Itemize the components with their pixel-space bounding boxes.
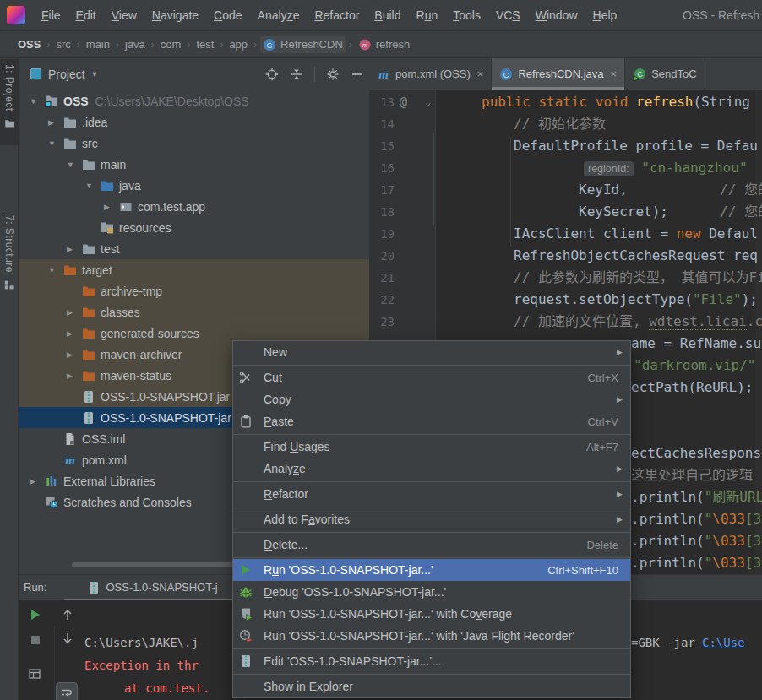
menu-item-refactor[interactable]: Refactor▶ bbox=[233, 483, 630, 505]
gear-icon[interactable] bbox=[326, 68, 340, 81]
token: \033 bbox=[712, 555, 745, 571]
up-stack-trace-icon[interactable] bbox=[61, 608, 74, 621]
breadcrumb-item-main[interactable]: main bbox=[84, 36, 112, 52]
menu-file[interactable]: File bbox=[34, 8, 68, 22]
tree-row[interactable]: ▼OSSC:\Users\JAKE\Desktop\OSS bbox=[19, 90, 369, 111]
menu-vcs[interactable]: VCS bbox=[488, 8, 528, 22]
tree-row[interactable]: resources bbox=[19, 217, 369, 238]
menu-item-copy[interactable]: Copy▶ bbox=[233, 388, 630, 410]
chevron-collapsed-icon[interactable]: ▶ bbox=[46, 118, 63, 127]
menu-item-find-usages[interactable]: Find UsagesAlt+F7 bbox=[233, 436, 630, 458]
breadcrumb-item-refreshcdn[interactable]: CRefreshCDN bbox=[260, 36, 346, 53]
debug-icon bbox=[239, 585, 258, 599]
menu-item-label: Run 'OSS-1.0-SNAPSHOT-jar...' with 'Java… bbox=[264, 629, 574, 643]
menu-code[interactable]: Code bbox=[206, 8, 249, 22]
code-text: public static void refresh(String bbox=[482, 91, 759, 113]
chevron-expanded-icon[interactable]: ▼ bbox=[83, 182, 100, 190]
menu-run[interactable]: Run bbox=[409, 8, 446, 22]
tree-row[interactable]: ▼target bbox=[19, 259, 369, 280]
tree-row[interactable]: ▼src bbox=[19, 133, 369, 154]
chevron-collapsed-icon[interactable]: ▶ bbox=[64, 372, 81, 380]
breadcrumb-label: src bbox=[56, 38, 70, 51]
menu-item-new[interactable]: New▶ bbox=[233, 341, 630, 363]
tree-row[interactable]: ▶com.test.app bbox=[19, 196, 369, 217]
tab-pom-xml-oss-[interactable]: mpom.xml (OSS)× bbox=[369, 58, 492, 90]
fold-marker-icon[interactable]: ⌄ bbox=[425, 91, 431, 113]
breadcrumb-item-com[interactable]: com bbox=[158, 36, 184, 52]
menu-item-paste[interactable]: PasteCtrl+V bbox=[233, 410, 630, 432]
close-icon[interactable]: × bbox=[611, 68, 618, 80]
maven-icon: m bbox=[63, 453, 78, 467]
menu-item-cut[interactable]: CutCtrl+X bbox=[233, 366, 630, 388]
chevron-expanded-icon[interactable]: ▼ bbox=[64, 160, 81, 169]
menu-item-run-oss-1-0-snapshot-jar-with-coverage[interactable]: Run 'OSS-1.0-SNAPSHOT-jar...' with Cover… bbox=[233, 603, 630, 625]
menu-view[interactable]: View bbox=[104, 8, 144, 22]
tree-row[interactable]: ▶classes bbox=[19, 301, 369, 323]
tree-row[interactable]: ▶test bbox=[19, 238, 369, 259]
menu-item-edit-oss-1-0-snapshot-jar[interactable]: Edit 'OSS-1.0-SNAPSHOT-jar...'... bbox=[233, 650, 630, 672]
code-line: 14// 初始化参数 bbox=[369, 113, 762, 135]
menu-separator bbox=[233, 532, 630, 533]
breadcrumb-item-oss[interactable]: OSS bbox=[15, 36, 43, 52]
tab-refreshcdn-java[interactable]: CRefreshCDN.java× bbox=[492, 58, 625, 90]
run-config-tab[interactable]: OSS-1.0-SNAPSHOT-j bbox=[87, 581, 217, 594]
tree-row[interactable]: archive-tmp bbox=[19, 280, 369, 301]
tree-row[interactable]: ▼java bbox=[19, 175, 369, 196]
menu-item-add-to-favorites[interactable]: Add to Favorites▶ bbox=[233, 508, 630, 530]
project-panel-title[interactable]: Project bbox=[48, 68, 85, 81]
token: "darkroom.vip/" bbox=[634, 357, 756, 373]
tree-row[interactable]: ▼main bbox=[19, 154, 369, 175]
chevron-expanded-icon[interactable]: ▼ bbox=[46, 266, 63, 274]
chevron-expanded-icon[interactable]: ▼ bbox=[46, 139, 63, 148]
tab-sendtoc[interactable]: CSendToC bbox=[625, 58, 705, 90]
hide-panel-icon[interactable] bbox=[351, 68, 364, 81]
menu-item-shortcut: Delete bbox=[586, 539, 630, 551]
menu-refactor[interactable]: Refactor bbox=[307, 8, 367, 22]
rerun-icon[interactable] bbox=[29, 608, 42, 621]
menu-help[interactable]: Help bbox=[585, 8, 625, 22]
menu-item-analyze[interactable]: Analyze▶ bbox=[233, 458, 630, 480]
chevron-collapsed-icon[interactable]: ▶ bbox=[64, 308, 81, 317]
breadcrumb-item-java[interactable]: java bbox=[122, 36, 148, 52]
collapse-all-icon[interactable] bbox=[290, 68, 303, 81]
menu-navigate[interactable]: Navigate bbox=[144, 8, 206, 22]
chevron-collapsed-icon[interactable]: ▶ bbox=[101, 203, 118, 211]
token: [3 bbox=[745, 511, 761, 527]
breadcrumb-item-refresh[interactable]: mrefresh bbox=[356, 36, 412, 53]
code-line: 17KeyId,// 您的A bbox=[369, 179, 762, 201]
chevron-collapsed-icon[interactable]: ▶ bbox=[64, 329, 81, 338]
console-file-link[interactable]: C:\Use bbox=[702, 635, 745, 650]
menu-build[interactable]: Build bbox=[367, 8, 408, 22]
breadcrumb-separator-icon: › bbox=[183, 39, 193, 51]
menu-item-label: Paste bbox=[264, 415, 294, 428]
chevron-collapsed-icon[interactable]: ▶ bbox=[64, 245, 81, 253]
menu-item-run-oss-1-0-snapshot-jar-with-java-flight-recorder[interactable]: Run 'OSS-1.0-SNAPSHOT-jar...' with 'Java… bbox=[233, 625, 630, 647]
cut-icon bbox=[239, 371, 258, 384]
menu-icon-slot bbox=[239, 462, 258, 475]
menu-tools[interactable]: Tools bbox=[445, 8, 488, 22]
paste-icon bbox=[239, 415, 258, 428]
menu-item-run-oss-1-0-snapshot-jar[interactable]: Run 'OSS-1.0-SNAPSHOT-jar...'Ctrl+Shift+… bbox=[233, 559, 630, 581]
console-text: C:\Users\JAKE\.j bbox=[84, 635, 199, 650]
menu-window[interactable]: Window bbox=[528, 8, 585, 22]
chevron-expanded-icon[interactable]: ▼ bbox=[27, 97, 44, 106]
code-text: .println("\033[3 bbox=[631, 530, 761, 552]
token: ectCachesRespons bbox=[631, 445, 761, 461]
line-number: 21 bbox=[369, 267, 395, 289]
menu-item-delete[interactable]: Delete...Delete bbox=[233, 534, 630, 556]
menu-item-show-in-explorer[interactable]: Show in Explorer bbox=[233, 676, 630, 697]
locate-file-icon[interactable] bbox=[265, 68, 279, 81]
tree-row[interactable]: ▶.idea bbox=[19, 111, 369, 133]
menu-analyze[interactable]: Analyze bbox=[250, 8, 308, 22]
menu-item-debug-oss-1-0-snapshot-jar[interactable]: Debug 'OSS-1.0-SNAPSHOT-jar...' bbox=[233, 581, 630, 603]
close-icon[interactable]: × bbox=[477, 68, 484, 80]
sidebar-item-project[interactable]: 1: Project bbox=[0, 59, 19, 145]
breadcrumb-item-test[interactable]: test bbox=[193, 36, 216, 52]
breadcrumb-item-src[interactable]: src bbox=[53, 36, 73, 52]
breadcrumb-item-app[interactable]: app bbox=[226, 36, 250, 52]
menu-edit[interactable]: Edit bbox=[68, 8, 104, 22]
chevron-collapsed-icon[interactable]: ▶ bbox=[64, 350, 81, 359]
chevron-collapsed-icon[interactable]: ▶ bbox=[27, 477, 44, 486]
console-text: at com.test. bbox=[124, 681, 210, 696]
sidebar-item-structure[interactable]: 7: Structure bbox=[0, 210, 19, 315]
